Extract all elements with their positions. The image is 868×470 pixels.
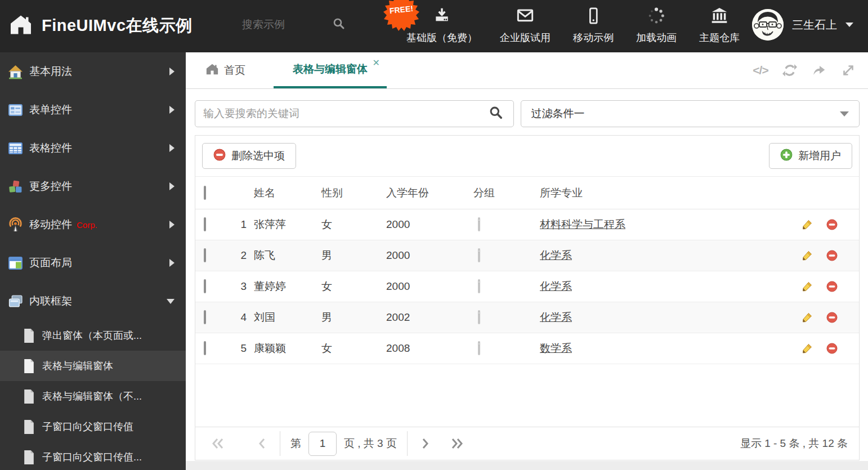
nav-theme-store[interactable]: 主题仓库: [699, 7, 740, 44]
sidebar-item-more-controls[interactable]: 更多控件: [0, 167, 186, 205]
chevron-right-icon: [169, 259, 175, 267]
filter-dropdown[interactable]: 过滤条件一: [521, 100, 860, 127]
file-icon: [23, 359, 35, 373]
cell-gender: 女: [321, 279, 386, 294]
nav-basic-free[interactable]: 基础版（免费）: [406, 7, 477, 44]
next-page-button[interactable]: [418, 437, 432, 450]
share-icon[interactable]: [812, 63, 826, 78]
header-nav: 基础版（免费） 企业版试用 移动示例 加载动画 主题仓库: [406, 7, 740, 44]
user-name: 三生石上: [792, 17, 837, 33]
refresh-icon[interactable]: [782, 63, 797, 78]
major-link[interactable]: 化学系: [540, 249, 572, 261]
sidebar-item-mobile-controls[interactable]: 移动控件 Corp.: [0, 205, 186, 244]
row-checkbox[interactable]: [204, 217, 206, 231]
row-checkbox[interactable]: [204, 341, 206, 355]
user-menu[interactable]: 三生石上: [752, 9, 853, 41]
sidebar-item-iframe[interactable]: 内联框架: [0, 282, 186, 320]
table-row: 3 董婷婷 女 2000 化学系: [195, 271, 859, 302]
app-logo[interactable]: FineUIMvc在线示例: [9, 14, 193, 38]
col-major: 所学专业: [540, 186, 775, 200]
row-index: 3: [227, 280, 254, 293]
sidebar-subitem-child-to-parent-2[interactable]: 子窗口向父窗口传值...: [0, 442, 186, 470]
layout-icon: [8, 256, 23, 271]
keyword-search-input[interactable]: [195, 108, 489, 120]
tab-grid-edit-window[interactable]: 表格与编辑窗体 ✕: [274, 52, 387, 88]
edit-pencil-icon[interactable]: [802, 312, 813, 323]
row-checkbox[interactable]: [204, 310, 206, 324]
sidebar-subitem-grid-edit-window-2[interactable]: 表格与编辑窗体（不...: [0, 381, 186, 411]
table-row: 5 康颖颖 女 2008 数学系: [195, 333, 859, 364]
first-page-button[interactable]: [211, 437, 226, 450]
sidebar-subitem-popup-window[interactable]: 弹出窗体（本页面或...: [0, 320, 186, 351]
nav-loading-animation[interactable]: 加载动画: [636, 7, 677, 44]
row-checkbox[interactable]: [204, 248, 206, 262]
keyword-search-box: [195, 100, 514, 127]
minus-circle-icon: [213, 149, 226, 164]
row-index: 1: [227, 218, 254, 231]
page-number-input[interactable]: [308, 432, 337, 456]
sidebar-item-basic-usage[interactable]: 基本用法: [0, 52, 186, 91]
grid-empty-space: [195, 364, 859, 427]
row-index: 5: [227, 342, 254, 355]
search-icon[interactable]: [332, 17, 346, 33]
tag-icon: [478, 279, 480, 293]
antenna-icon: [8, 217, 23, 232]
edit-pencil-icon[interactable]: [802, 219, 813, 230]
page-content: 过滤条件一 删除选中项 新增用户: [186, 89, 868, 460]
major-link[interactable]: 数学系: [540, 342, 572, 354]
close-icon[interactable]: ✕: [373, 59, 380, 68]
delete-selected-button[interactable]: 删除选中项: [202, 143, 296, 169]
download-icon: [433, 7, 451, 27]
source-code-icon[interactable]: </>: [753, 63, 768, 78]
major-link[interactable]: 材料科学与工程系: [540, 218, 625, 230]
cell-year: 2002: [386, 311, 473, 324]
nav-mobile-demo[interactable]: 移动示例: [573, 7, 614, 44]
delete-row-icon[interactable]: [826, 219, 838, 230]
search-icon[interactable]: [489, 105, 503, 122]
major-link[interactable]: 化学系: [540, 280, 572, 292]
edit-pencil-icon[interactable]: [802, 343, 813, 354]
header-search-input[interactable]: [242, 19, 332, 31]
delete-row-icon[interactable]: [826, 312, 838, 323]
page-label-prefix: 第: [290, 436, 301, 451]
fullscreen-icon[interactable]: [841, 63, 856, 78]
last-page-button[interactable]: [449, 437, 464, 450]
delete-row-icon[interactable]: [826, 250, 838, 261]
cell-gender: 女: [321, 217, 386, 232]
nav-label: 加载动画: [636, 31, 677, 44]
sidebar-item-grid-controls[interactable]: 表格控件: [0, 129, 186, 167]
row-index: 4: [227, 311, 254, 324]
col-group: 分组: [473, 186, 540, 200]
add-user-button[interactable]: 新增用户: [769, 143, 852, 169]
sidebar-subitem-grid-edit-window[interactable]: 表格与编辑窗体: [0, 351, 186, 381]
nav-enterprise-trial[interactable]: 企业版试用: [500, 7, 551, 44]
tab-home[interactable]: 首页: [191, 52, 260, 88]
delete-row-icon[interactable]: [826, 281, 838, 292]
delete-row-icon[interactable]: [826, 343, 838, 354]
select-all-checkbox[interactable]: [204, 186, 206, 200]
prev-page-button[interactable]: [255, 437, 270, 450]
sidebar-subitem-child-to-parent[interactable]: 子窗口向父窗口传值: [0, 411, 186, 442]
edit-pencil-icon[interactable]: [802, 250, 813, 261]
home-icon: [205, 63, 219, 78]
bottom-scrollbar-track[interactable]: [186, 461, 868, 470]
nav-label: 主题仓库: [699, 31, 740, 44]
file-icon: [23, 329, 35, 343]
tab-toolbar: </>: [753, 52, 856, 88]
table-header: 姓名 性别 入学年份 分组 所学专业: [195, 177, 859, 209]
sidebar-item-form-controls[interactable]: 表单控件: [0, 91, 186, 129]
table-row: 4 刘国 男 2002 化学系: [195, 302, 859, 333]
app-title: FineUIMvc在线示例: [42, 15, 193, 37]
nav-label: 基础版（免费）: [406, 31, 477, 44]
home-icon: [8, 64, 23, 79]
tag-icon: [478, 217, 480, 231]
edit-pencil-icon[interactable]: [802, 281, 813, 292]
main-area: 首页 表格与编辑窗体 ✕ </>: [186, 52, 868, 470]
sidebar-item-page-layout[interactable]: 页面布局: [0, 244, 186, 282]
frames-icon: [8, 294, 23, 309]
cell-name: 刘国: [254, 310, 321, 325]
row-checkbox[interactable]: [204, 279, 206, 293]
nav-label: 企业版试用: [500, 31, 551, 44]
major-link[interactable]: 化学系: [540, 311, 572, 323]
file-icon: [23, 450, 35, 464]
